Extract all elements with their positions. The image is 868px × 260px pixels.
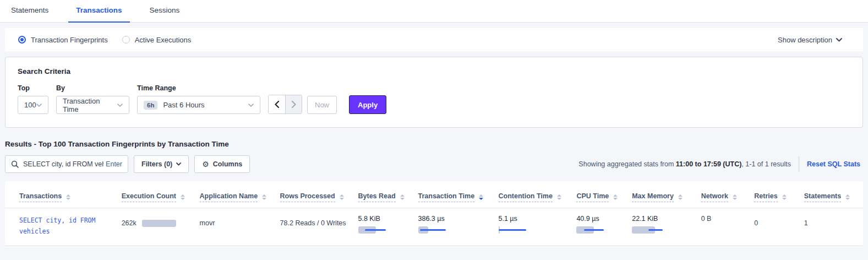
transactions-table: Transactions Execution Count Application… (5, 185, 863, 246)
max-memory-value: 22.1 KiB (632, 215, 694, 223)
column-header-transaction-time[interactable]: Transaction Time (415, 185, 495, 208)
bytes-read-cell: 5.8 KiB (355, 208, 415, 246)
transaction-time-bar (418, 226, 473, 234)
enter-hint-label: Enter (106, 160, 122, 168)
column-header-statements[interactable]: Statements (801, 185, 863, 208)
chevron-left-icon (275, 101, 279, 108)
time-range-value: Past 6 Hours (163, 101, 204, 109)
table-header-row: Transactions Execution Count Application… (5, 185, 863, 208)
radio-active-executions[interactable]: Active Executions (122, 36, 192, 44)
search-box[interactable]: Enter (5, 155, 128, 173)
time-step-group (268, 95, 302, 114)
network-value: 0 B (701, 215, 748, 223)
tab-sessions[interactable]: Sessions (142, 6, 188, 23)
max-memory-bar (632, 226, 687, 234)
filters-button[interactable]: Filters (0) (134, 155, 189, 173)
sort-icon[interactable] (678, 194, 683, 200)
search-criteria-panel: Search Criteria Top 100 By Transaction T… (5, 57, 863, 128)
chevron-down-icon (36, 104, 42, 107)
time-range-field: Time Range 6h Past 6 Hours (137, 84, 260, 114)
bytes-read-bar (358, 226, 413, 234)
sort-icon[interactable] (733, 194, 737, 200)
column-header-network[interactable]: Network (698, 185, 751, 208)
chevron-down-icon (248, 104, 254, 107)
now-button[interactable]: Now (307, 96, 337, 114)
tab-statements[interactable]: Statements (3, 6, 56, 23)
bytes-read-value: 5.8 KiB (358, 215, 412, 223)
apply-button[interactable]: Apply (349, 95, 386, 114)
reset-sql-stats-link[interactable]: Reset SQL Stats (807, 160, 860, 168)
chevron-right-icon (292, 101, 296, 108)
view-mode-bar: Transaction Fingerprints Active Executio… (5, 28, 863, 51)
sort-icon[interactable] (845, 194, 850, 200)
sort-icon[interactable] (557, 194, 561, 200)
retries-value: 0 (754, 215, 797, 227)
sort-icon[interactable] (66, 194, 70, 200)
max-memory-cell: 22.1 KiB (629, 208, 697, 246)
columns-label: Columns (213, 160, 242, 168)
column-header-cpu-time[interactable]: CPU Time (573, 185, 629, 208)
application-name-value: movr (200, 215, 274, 227)
sort-icon[interactable] (181, 194, 185, 200)
by-label: By (56, 84, 129, 92)
time-forward-button[interactable] (285, 95, 302, 113)
top-field: Top 100 (18, 84, 48, 114)
chevron-down-icon (836, 38, 842, 42)
show-description-label: Show description (778, 36, 832, 44)
statements-value: 1 (804, 215, 860, 227)
cpu-time-bar (576, 226, 631, 234)
chevron-down-icon (117, 104, 123, 107)
stats-time-range: 11:00 to 17:59 (UTC) (676, 160, 741, 168)
transaction-fingerprint-link[interactable]: SELECT city, id FROM vehicles (19, 215, 115, 237)
chevron-down-icon (176, 162, 181, 166)
contention-time-bar (499, 226, 554, 234)
column-header-max-memory[interactable]: Max Memory (629, 185, 697, 208)
show-description-toggle[interactable]: Show description (778, 36, 850, 44)
sort-icon-active-desc[interactable] (479, 194, 483, 200)
filters-label: Filters (0) (141, 160, 172, 168)
column-header-contention-time[interactable]: Contention Time (495, 185, 574, 208)
results-toolbar: Enter Filters (0) ⚙ Columns Showing aggr… (5, 155, 863, 173)
cpu-time-cell: 40.9 µs (573, 208, 629, 246)
execution-count-value: 262k (122, 219, 137, 227)
transactions-table-card: Transactions Execution Count Application… (5, 181, 863, 247)
time-range-label: Time Range (137, 84, 260, 92)
top-label: Top (18, 84, 48, 92)
search-icon (11, 160, 19, 168)
time-range-badge: 6h (144, 101, 157, 110)
by-select-value: Transaction Time (63, 97, 117, 113)
transaction-time-value: 386.3 µs (418, 215, 492, 223)
sort-icon[interactable] (340, 194, 344, 200)
search-input[interactable] (23, 160, 103, 168)
column-header-rows-processed[interactable]: Rows Processed (277, 185, 355, 208)
aggregated-stats-text: Showing aggregated stats from 11:00 to 1… (578, 160, 791, 168)
contention-time-cell: 5.1 µs (495, 208, 574, 246)
column-header-application-name[interactable]: Application Name (196, 185, 277, 208)
top-select[interactable]: 100 (18, 96, 48, 114)
divider (799, 156, 799, 172)
gear-icon: ⚙ (202, 160, 209, 169)
column-header-transactions[interactable]: Transactions (5, 185, 118, 208)
by-select[interactable]: Transaction Time (56, 96, 129, 114)
sort-icon[interactable] (262, 194, 266, 200)
cpu-time-value: 40.9 µs (576, 215, 625, 223)
time-back-button[interactable] (269, 95, 285, 113)
time-range-select[interactable]: 6h Past 6 Hours (137, 96, 260, 114)
sort-icon[interactable] (782, 194, 787, 200)
sort-icon[interactable] (400, 194, 405, 200)
search-criteria-title: Search Criteria (18, 67, 850, 75)
table-row: SELECT city, id FROM vehicles 262k movr … (5, 208, 863, 246)
radio-transaction-fingerprints[interactable]: Transaction Fingerprints (18, 36, 108, 44)
transaction-time-cell: 386.3 µs (415, 208, 495, 246)
column-header-bytes-read[interactable]: Bytes Read (355, 185, 415, 208)
by-field: By Transaction Time (56, 84, 129, 114)
contention-time-value: 5.1 µs (499, 215, 570, 223)
tab-transactions[interactable]: Transactions (68, 6, 129, 23)
execution-count-bar (142, 220, 176, 227)
radio-selected-icon (18, 36, 26, 44)
column-header-execution-count[interactable]: Execution Count (118, 185, 196, 208)
radio-label: Transaction Fingerprints (31, 36, 108, 44)
column-header-retries[interactable]: Retries (751, 185, 800, 208)
sort-icon[interactable] (613, 194, 618, 200)
columns-button[interactable]: ⚙ Columns (194, 155, 250, 173)
